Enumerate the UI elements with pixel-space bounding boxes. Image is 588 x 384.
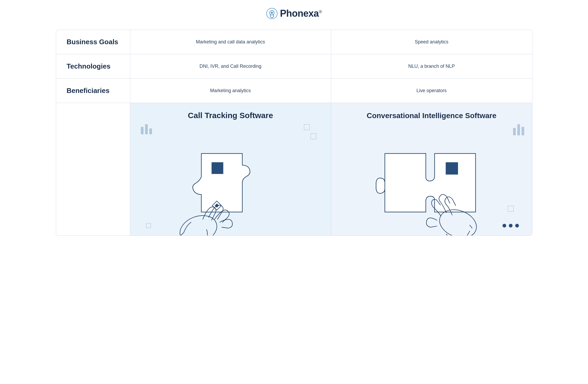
row-technologies: Technologies DNI, IVR, and Call Recordin… [56, 54, 532, 79]
row-beneficiaries: Beneficiaries Marketing analytics Live o… [56, 79, 532, 103]
col2-beneficiaries-value: Live operators [416, 88, 447, 93]
comparison-table: Business Goals Marketing and call data a… [56, 30, 532, 236]
puzzle-square-blue [212, 162, 223, 174]
logo-container: Phonexa® [266, 8, 322, 19]
beneficiaries-label: Beneficiaries [67, 87, 110, 95]
row-visual: Call Tracking Software [56, 103, 532, 235]
col2-beneficiaries: Live operators [331, 79, 532, 103]
puzzle-svg-left [130, 124, 331, 235]
label-business-goals: Business Goals [56, 30, 130, 54]
puzzle-svg-right [331, 124, 532, 235]
puzzle-area-right [331, 124, 532, 235]
visual-cell-right: Conversational Intelligence Software [331, 103, 532, 235]
col2-technologies: NLU, a branch of NLP [331, 54, 532, 78]
col1-business-goals: Marketing and call data analytics [130, 30, 331, 54]
label-technologies: Technologies [56, 54, 130, 78]
business-goals-label: Business Goals [67, 38, 118, 46]
phonexa-logo-icon [266, 8, 277, 19]
col1-technologies: DNI, IVR, and Call Recording [130, 54, 331, 78]
col1-technologies-value: DNI, IVR, and Call Recording [199, 64, 261, 69]
label-beneficiaries: Beneficiaries [56, 79, 130, 103]
col1-beneficiaries-value: Marketing analytics [210, 88, 251, 93]
col2-technologies-value: NLU, a branch of NLP [408, 64, 455, 69]
puzzle-square-blue-r [446, 162, 458, 175]
col1-business-goals-value: Marketing and call data analytics [196, 39, 265, 45]
technologies-label: Technologies [67, 62, 111, 70]
visual-cell-left: Call Tracking Software [130, 103, 331, 235]
col1-beneficiaries: Marketing analytics [130, 79, 331, 103]
visual-label-cell [56, 103, 130, 235]
svg-point-2 [271, 12, 273, 14]
col2-business-goals-value: Speed analytics [415, 39, 448, 45]
col2-visual-title: Conversational Intelligence Software [359, 103, 504, 120]
col2-business-goals: Speed analytics [331, 30, 532, 54]
row-business-goals: Business Goals Marketing and call data a… [56, 30, 532, 54]
svg-point-3 [176, 211, 221, 235]
puzzle-area-left [130, 124, 331, 235]
logo-text: Phonexa® [280, 8, 322, 19]
col1-visual-title: Call Tracking Software [180, 103, 281, 120]
